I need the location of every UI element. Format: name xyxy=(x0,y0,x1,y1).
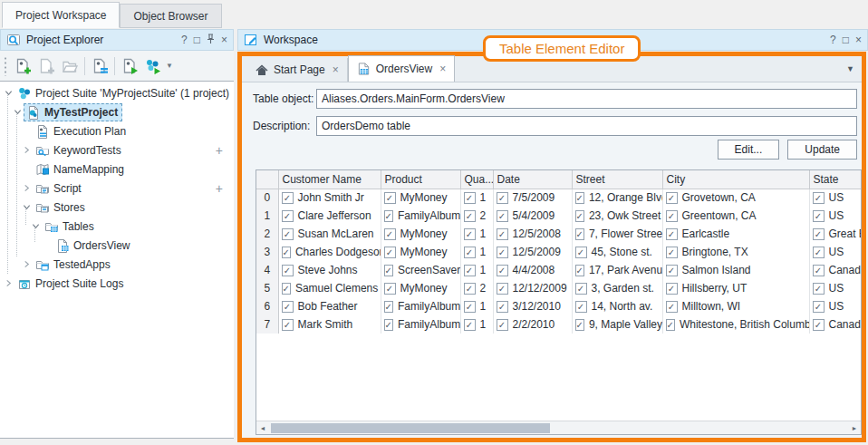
table-cell[interactable]: ✓2 xyxy=(460,279,493,297)
table-cell[interactable]: ✓Bob Feather xyxy=(278,297,381,315)
table-cell[interactable]: ✓1 xyxy=(460,261,493,279)
table-cell[interactable]: ✓MyMoney xyxy=(381,279,460,297)
maximize-icon[interactable]: □ xyxy=(843,34,849,45)
table-cell[interactable]: ✓9, Maple Valley xyxy=(572,315,662,334)
help-icon[interactable]: ? xyxy=(181,34,188,45)
checkbox-checked-icon[interactable]: ✓ xyxy=(497,228,508,240)
checkbox-checked-icon[interactable]: ✓ xyxy=(813,192,825,204)
checkbox-checked-icon[interactable]: ✓ xyxy=(384,265,393,276)
table-cell[interactable]: ✓5/4/2009 xyxy=(493,207,572,225)
chevron-down-icon[interactable] xyxy=(20,201,33,214)
chevron-right-icon[interactable] xyxy=(20,144,33,157)
tab-ordersview[interactable]: OrdersView × xyxy=(348,55,455,82)
checkbox-checked-icon[interactable]: ✓ xyxy=(666,301,678,313)
row-index[interactable]: 3 xyxy=(256,243,278,261)
table-cell[interactable]: ✓Grovetown, CA xyxy=(662,189,809,207)
tree-item-ordersview[interactable]: OrdersView xyxy=(0,236,234,255)
index-column-header[interactable] xyxy=(256,170,278,189)
table-cell[interactable]: ✓Mark Smith xyxy=(278,315,381,334)
checkbox-checked-icon[interactable]: ✓ xyxy=(384,192,396,204)
column-header[interactable]: Product xyxy=(381,170,460,189)
table-cell[interactable]: ✓MyMoney xyxy=(381,225,460,243)
checkbox-checked-icon[interactable]: ✓ xyxy=(813,319,825,331)
table-cell[interactable]: ✓12, Orange Blvd xyxy=(572,189,662,207)
table-cell[interactable]: ✓1 xyxy=(460,315,493,334)
tab-start-page[interactable]: Start Page × xyxy=(247,58,348,82)
table-cell[interactable]: ✓Steve Johns xyxy=(278,261,381,279)
close-icon[interactable]: × xyxy=(855,34,862,45)
tab-object-browser[interactable]: Object Browser xyxy=(120,4,221,28)
checkbox-checked-icon[interactable]: ✓ xyxy=(282,319,294,331)
checkbox-checked-icon[interactable]: ✓ xyxy=(666,319,675,331)
checkbox-checked-icon[interactable]: ✓ xyxy=(575,210,584,222)
tree-item-tables[interactable]: Tables xyxy=(0,217,234,236)
checkbox-checked-icon[interactable]: ✓ xyxy=(813,247,825,258)
table-cell[interactable]: ✓12/5/2008 xyxy=(493,225,572,243)
table-cell[interactable]: ✓Bringtone, TX xyxy=(662,243,809,261)
checkbox-checked-icon[interactable]: ✓ xyxy=(497,210,508,222)
table-cell[interactable]: ✓1 xyxy=(460,243,493,261)
checkbox-checked-icon[interactable]: ✓ xyxy=(813,265,825,276)
table-cell[interactable]: ✓US xyxy=(809,243,862,261)
checkbox-checked-icon[interactable]: ✓ xyxy=(384,228,396,240)
checkbox-checked-icon[interactable]: ✓ xyxy=(464,319,476,331)
checkbox-checked-icon[interactable]: ✓ xyxy=(497,192,508,204)
checkbox-checked-icon[interactable]: ✓ xyxy=(464,265,476,276)
checkbox-checked-icon[interactable]: ✓ xyxy=(575,283,587,295)
table-cell[interactable]: ✓17, Park Avenue xyxy=(572,261,662,279)
tree-item-script[interactable]: Script+ xyxy=(0,179,234,198)
table-cell[interactable]: ✓7/5/2009 xyxy=(493,189,572,207)
table-cell[interactable]: ✓Hillsberry, UT xyxy=(662,279,809,297)
chevron-down-icon[interactable] xyxy=(2,87,14,100)
table-cell[interactable]: ✓Whitestone, British Columbia xyxy=(662,315,809,334)
table-cell[interactable]: ✓Charles Dodgeson xyxy=(278,243,381,261)
add-item-button[interactable]: + xyxy=(216,144,223,157)
checkbox-checked-icon[interactable]: ✓ xyxy=(575,301,587,313)
row-index[interactable]: 2 xyxy=(256,225,278,243)
checkbox-checked-icon[interactable]: ✓ xyxy=(464,283,476,295)
add-item-button[interactable]: + xyxy=(216,182,223,195)
chevron-right-icon[interactable] xyxy=(20,258,33,271)
table-cell[interactable]: ✓Great Britain xyxy=(809,225,862,243)
table-cell[interactable]: ✓2/2/2010 xyxy=(493,315,572,334)
scrollbar-thumb[interactable] xyxy=(271,423,550,433)
tree-item-execution-plan[interactable]: Execution Plan xyxy=(0,121,234,140)
table-cell[interactable]: ✓45, Stone st. xyxy=(572,243,662,261)
tree-item-keywordtests[interactable]: KeywordTests+ xyxy=(0,140,234,160)
table-cell[interactable]: ✓2 xyxy=(460,207,493,225)
chevron-down-icon[interactable] xyxy=(29,220,42,233)
description-input[interactable] xyxy=(316,116,857,136)
checkbox-checked-icon[interactable]: ✓ xyxy=(384,283,396,295)
checkbox-checked-icon[interactable]: ✓ xyxy=(497,247,508,258)
add-project-button[interactable] xyxy=(11,54,34,78)
checkbox-checked-icon[interactable]: ✓ xyxy=(497,319,508,331)
table-cell[interactable]: ✓3/12/2010 xyxy=(493,297,572,315)
table-cell[interactable]: ✓Samuel Clemens xyxy=(278,279,381,297)
checkbox-checked-icon[interactable]: ✓ xyxy=(666,228,678,240)
table-cell[interactable]: ✓12/5/2009 xyxy=(493,243,572,261)
chevron-right-icon[interactable] xyxy=(2,277,14,290)
table-cell[interactable]: ✓US xyxy=(809,207,862,225)
checkbox-checked-icon[interactable]: ✓ xyxy=(497,301,508,313)
checkbox-checked-icon[interactable]: ✓ xyxy=(666,283,678,295)
table-cell[interactable]: ✓1 xyxy=(460,225,493,243)
table-cell[interactable]: ✓7, Flower Street xyxy=(572,225,662,243)
checkbox-checked-icon[interactable]: ✓ xyxy=(282,210,294,222)
scroll-right-icon[interactable]: ► xyxy=(848,422,861,434)
checkbox-checked-icon[interactable]: ✓ xyxy=(282,228,294,240)
column-header[interactable]: Date xyxy=(493,170,572,189)
table-cell[interactable]: ✓3, Garden st. xyxy=(572,279,662,297)
table-cell[interactable]: ✓Greentown, CA xyxy=(662,207,809,225)
checkbox-checked-icon[interactable]: ✓ xyxy=(666,247,678,258)
checkbox-checked-icon[interactable]: ✓ xyxy=(282,301,294,313)
table-cell[interactable]: ✓FamilyAlbum xyxy=(381,207,460,225)
checkbox-checked-icon[interactable]: ✓ xyxy=(384,210,393,222)
checkbox-checked-icon[interactable]: ✓ xyxy=(282,247,291,258)
checkbox-checked-icon[interactable]: ✓ xyxy=(813,228,825,240)
toolbar-drag-handle[interactable] xyxy=(4,56,7,76)
checkbox-checked-icon[interactable]: ✓ xyxy=(464,301,476,313)
checkbox-checked-icon[interactable]: ✓ xyxy=(813,301,825,313)
checkbox-checked-icon[interactable]: ✓ xyxy=(575,265,584,276)
table-cell[interactable]: ✓MyMoney xyxy=(381,243,460,261)
tree-item-stores[interactable]: Stores xyxy=(0,198,234,217)
